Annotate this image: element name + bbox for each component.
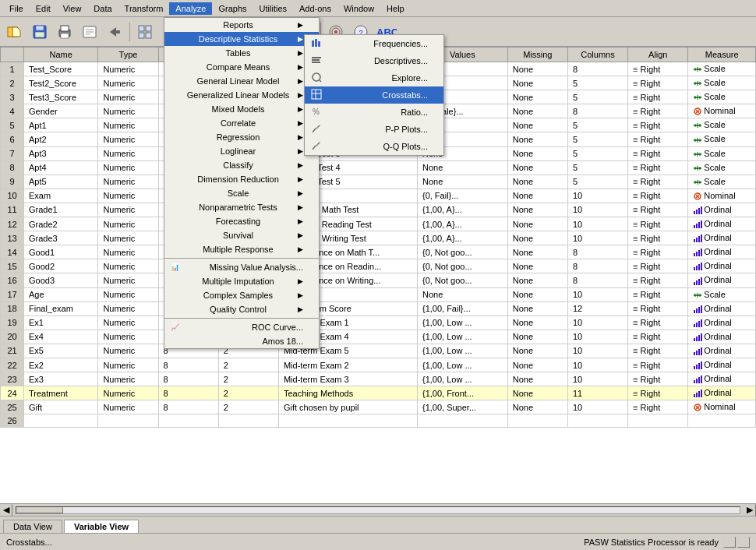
cell-name[interactable]: Test3_Score xyxy=(24,90,98,104)
cell-decimals[interactable] xyxy=(218,414,278,428)
cell-type[interactable]: Numeric xyxy=(98,118,158,132)
cell-values[interactable]: None xyxy=(417,175,507,189)
menu-analyze[interactable]: Analyze xyxy=(169,2,212,15)
cell-missing[interactable]: None xyxy=(507,259,567,273)
cell-name[interactable]: Ex2 xyxy=(24,358,98,372)
cell-measure[interactable]: Scale xyxy=(688,287,756,301)
cell-align[interactable]: ≡ Right xyxy=(628,104,688,118)
cell-measure[interactable]: Ordinal xyxy=(688,245,756,259)
cell-missing[interactable] xyxy=(507,414,567,428)
cell-columns[interactable]: 5 xyxy=(567,76,627,90)
cell-columns[interactable]: 10 xyxy=(567,217,627,231)
cell-missing[interactable]: None xyxy=(507,132,567,146)
cell-label[interactable]: Mid-term Exam 2 xyxy=(278,358,417,372)
row-number[interactable]: 25 xyxy=(1,400,24,414)
cell-measure[interactable]: Scale xyxy=(688,146,756,160)
col-align-header[interactable]: Align xyxy=(628,48,688,62)
cell-name[interactable]: Exam xyxy=(24,189,98,203)
cell-columns[interactable]: 10 xyxy=(567,400,627,414)
cell-missing[interactable]: None xyxy=(507,386,567,400)
menu-reports[interactable]: Reports▶ xyxy=(164,18,319,32)
cell-values[interactable]: {1,00, Front... xyxy=(417,386,507,400)
row-number[interactable]: 14 xyxy=(1,245,24,259)
cell-values[interactable]: {1,00, A}... xyxy=(417,217,507,231)
cell-measure[interactable]: Ordinal xyxy=(688,259,756,273)
cell-type[interactable]: Numeric xyxy=(98,259,158,273)
cell-measure[interactable]: Ordinal xyxy=(688,217,756,231)
cell-measure[interactable]: Scale xyxy=(688,76,756,90)
menu-file[interactable]: File xyxy=(3,2,30,15)
grid-button[interactable] xyxy=(133,20,157,44)
cell-measure[interactable]: Scale xyxy=(688,132,756,146)
cell-values[interactable]: {1,00, A}... xyxy=(417,203,507,217)
cell-type[interactable]: Numeric xyxy=(98,344,158,358)
open-button[interactable] xyxy=(3,20,26,44)
cell-width[interactable]: 8 xyxy=(158,386,218,400)
cell-measure[interactable]: Ordinal xyxy=(688,231,756,245)
cell-missing[interactable]: None xyxy=(507,245,567,259)
row-number[interactable]: 3 xyxy=(1,90,24,104)
cell-missing[interactable]: None xyxy=(507,62,567,76)
cell-name[interactable]: Good1 xyxy=(24,245,98,259)
cell-type[interactable]: Numeric xyxy=(98,231,158,245)
cell-missing[interactable]: None xyxy=(507,358,567,372)
menu-correlate[interactable]: Correlate▶ xyxy=(164,116,319,130)
cell-type[interactable]: Numeric xyxy=(98,189,158,203)
cell-values[interactable]: {1,00, Low ... xyxy=(417,330,507,344)
menu-forecasting[interactable]: Forecasting▶ xyxy=(164,214,319,228)
menu-multiple-imputation[interactable]: Multiple Imputation▶ xyxy=(164,274,319,288)
cell-values[interactable]: {0, Not goo... xyxy=(417,259,507,273)
row-number[interactable]: 13 xyxy=(1,231,24,245)
cell-align[interactable]: ≡ Right xyxy=(628,358,688,372)
cell-values[interactable]: {1,00, Fail}... xyxy=(417,301,507,316)
cell-columns[interactable]: 5 xyxy=(567,146,627,160)
menu-descriptive-stats[interactable]: Descriptive Statistics▶ xyxy=(164,32,319,46)
cell-columns[interactable]: 10 xyxy=(567,358,627,372)
cell-missing[interactable]: None xyxy=(507,118,567,132)
col-measure-header[interactable]: Measure xyxy=(688,48,756,62)
cell-missing[interactable]: None xyxy=(507,175,567,189)
cell-align[interactable]: ≡ Right xyxy=(628,287,688,301)
cell-measure[interactable]: Ordinal xyxy=(688,301,756,316)
cell-measure[interactable]: Scale xyxy=(688,160,756,175)
tab-variable-view[interactable]: Variable View xyxy=(64,520,139,533)
cell-label[interactable]: Gift chosen by pupil xyxy=(278,400,417,414)
cell-missing[interactable]: None xyxy=(507,372,567,386)
cell-columns[interactable]: 11 xyxy=(567,386,627,400)
menu-quality-control[interactable]: Quality Control▶ xyxy=(164,302,319,316)
cell-name[interactable]: Grade2 xyxy=(24,217,98,231)
cell-type[interactable]: Numeric xyxy=(98,273,158,287)
cell-measure[interactable]: Ordinal xyxy=(688,316,756,330)
cell-columns[interactable]: 10 xyxy=(567,287,627,301)
cell-type[interactable]: Numeric xyxy=(98,90,158,104)
cell-name[interactable]: Apt1 xyxy=(24,118,98,132)
cell-measure[interactable]: Scale xyxy=(688,118,756,132)
cell-missing[interactable]: None xyxy=(507,273,567,287)
cell-missing[interactable]: None xyxy=(507,104,567,118)
cell-measure[interactable]: Ordinal xyxy=(688,386,756,400)
cell-type[interactable]: Numeric xyxy=(98,132,158,146)
cell-align[interactable]: ≡ Right xyxy=(628,76,688,90)
cell-columns[interactable]: 8 xyxy=(567,62,627,76)
menu-roc-curve[interactable]: 📈ROC Curve... xyxy=(164,320,319,334)
menu-graphs[interactable]: Graphs xyxy=(212,2,253,15)
cell-align[interactable]: ≡ Right xyxy=(628,386,688,400)
print-button[interactable] xyxy=(53,20,76,44)
cell-columns[interactable]: 5 xyxy=(567,160,627,175)
scroll-thumb[interactable] xyxy=(16,507,63,513)
cell-columns[interactable]: 10 xyxy=(567,372,627,386)
dialog-button[interactable] xyxy=(78,20,101,44)
cell-name[interactable]: Final_exam xyxy=(24,301,98,316)
cell-align[interactable]: ≡ Right xyxy=(628,217,688,231)
cell-label[interactable]: Mid-term Exam 3 xyxy=(278,372,417,386)
menu-help[interactable]: Help xyxy=(380,2,411,15)
cell-measure[interactable] xyxy=(688,414,756,428)
cell-name[interactable]: Ex4 xyxy=(24,330,98,344)
cell-align[interactable]: ≡ Right xyxy=(628,90,688,104)
cell-values[interactable]: {1,00, Super... xyxy=(417,400,507,414)
submenu-pp-plots[interactable]: P-P Plots... xyxy=(305,121,443,138)
menu-mixed-models[interactable]: Mixed Models▶ xyxy=(164,102,319,116)
cell-align[interactable]: ≡ Right xyxy=(628,231,688,245)
row-number[interactable]: 5 xyxy=(1,118,24,132)
row-number[interactable]: 21 xyxy=(1,344,24,358)
